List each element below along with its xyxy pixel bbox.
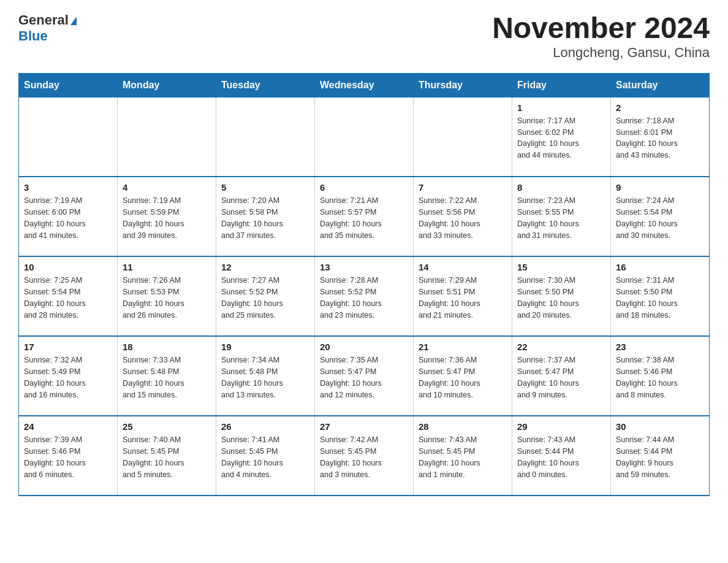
calendar-cell: 9Sunrise: 7:24 AMSunset: 5:54 PMDaylight… <box>611 177 710 256</box>
day-info: Sunrise: 7:20 AMSunset: 5:58 PMDaylight:… <box>221 195 309 241</box>
calendar-cell: 8Sunrise: 7:23 AMSunset: 5:55 PMDaylight… <box>512 177 611 256</box>
logo-blue-text: Blue <box>18 28 48 44</box>
day-info: Sunrise: 7:30 AMSunset: 5:50 PMDaylight:… <box>517 275 605 321</box>
day-number: 2 <box>616 102 704 113</box>
day-number: 5 <box>221 182 309 193</box>
calendar-cell: 10Sunrise: 7:25 AMSunset: 5:54 PMDayligh… <box>19 256 118 336</box>
day-info: Sunrise: 7:35 AMSunset: 5:47 PMDaylight:… <box>320 354 408 400</box>
day-info: Sunrise: 7:21 AMSunset: 5:57 PMDaylight:… <box>320 195 408 241</box>
day-number: 7 <box>419 182 507 193</box>
day-number: 27 <box>320 421 408 432</box>
calendar-location: Longcheng, Gansu, China <box>492 45 710 61</box>
day-number: 30 <box>616 421 704 432</box>
day-of-week-monday: Monday <box>118 73 216 97</box>
day-number: 12 <box>221 262 309 272</box>
day-info: Sunrise: 7:17 AMSunset: 6:02 PMDaylight:… <box>517 115 605 161</box>
day-number: 11 <box>123 262 211 272</box>
week-row-5: 24Sunrise: 7:39 AMSunset: 5:46 PMDayligh… <box>19 416 710 496</box>
day-of-week-saturday: Saturday <box>611 73 710 97</box>
calendar-cell: 22Sunrise: 7:37 AMSunset: 5:47 PMDayligh… <box>512 336 611 416</box>
calendar-cell: 5Sunrise: 7:20 AMSunset: 5:58 PMDaylight… <box>216 177 315 256</box>
calendar-cell: 28Sunrise: 7:43 AMSunset: 5:45 PMDayligh… <box>414 416 512 496</box>
day-of-week-friday: Friday <box>512 73 611 97</box>
day-of-week-wednesday: Wednesday <box>315 73 414 97</box>
day-number: 29 <box>517 421 605 432</box>
day-info: Sunrise: 7:43 AMSunset: 5:45 PMDaylight:… <box>419 434 507 480</box>
calendar-cell: 11Sunrise: 7:26 AMSunset: 5:53 PMDayligh… <box>118 256 216 336</box>
calendar-cell <box>19 97 118 177</box>
day-info: Sunrise: 7:36 AMSunset: 5:47 PMDaylight:… <box>419 354 507 400</box>
week-row-2: 3Sunrise: 7:19 AMSunset: 6:00 PMDaylight… <box>19 177 710 256</box>
week-row-1: 1Sunrise: 7:17 AMSunset: 6:02 PMDaylight… <box>19 97 710 177</box>
day-number: 9 <box>616 182 704 193</box>
day-info: Sunrise: 7:32 AMSunset: 5:49 PMDaylight:… <box>24 354 112 400</box>
day-number: 24 <box>24 421 112 432</box>
day-number: 20 <box>320 342 408 352</box>
day-info: Sunrise: 7:24 AMSunset: 5:54 PMDaylight:… <box>616 195 704 241</box>
day-number: 26 <box>221 421 309 432</box>
day-info: Sunrise: 7:37 AMSunset: 5:47 PMDaylight:… <box>517 354 605 400</box>
calendar-cell: 24Sunrise: 7:39 AMSunset: 5:46 PMDayligh… <box>19 416 118 496</box>
logo-general-text: General <box>18 12 69 28</box>
day-number: 10 <box>24 262 112 272</box>
day-info: Sunrise: 7:26 AMSunset: 5:53 PMDaylight:… <box>123 275 211 321</box>
day-info: Sunrise: 7:25 AMSunset: 5:54 PMDaylight:… <box>24 275 112 321</box>
day-info: Sunrise: 7:34 AMSunset: 5:48 PMDaylight:… <box>221 354 309 400</box>
week-row-4: 17Sunrise: 7:32 AMSunset: 5:49 PMDayligh… <box>19 336 710 416</box>
calendar-cell <box>216 97 315 177</box>
day-info: Sunrise: 7:44 AMSunset: 5:44 PMDaylight:… <box>616 434 704 480</box>
calendar-cell <box>414 97 512 177</box>
day-number: 28 <box>419 421 507 432</box>
calendar-cell: 3Sunrise: 7:19 AMSunset: 6:00 PMDaylight… <box>19 177 118 256</box>
day-number: 4 <box>123 182 211 193</box>
calendar-body: 1Sunrise: 7:17 AMSunset: 6:02 PMDaylight… <box>19 97 710 496</box>
day-info: Sunrise: 7:40 AMSunset: 5:45 PMDaylight:… <box>123 434 211 480</box>
day-of-week-tuesday: Tuesday <box>216 73 315 97</box>
day-of-week-thursday: Thursday <box>414 73 512 97</box>
calendar-cell: 26Sunrise: 7:41 AMSunset: 5:45 PMDayligh… <box>216 416 315 496</box>
day-number: 15 <box>517 262 605 272</box>
calendar-cell: 27Sunrise: 7:42 AMSunset: 5:45 PMDayligh… <box>315 416 414 496</box>
calendar-cell: 14Sunrise: 7:29 AMSunset: 5:51 PMDayligh… <box>414 256 512 336</box>
day-info: Sunrise: 7:19 AMSunset: 5:59 PMDaylight:… <box>123 195 211 241</box>
calendar-cell: 1Sunrise: 7:17 AMSunset: 6:02 PMDaylight… <box>512 97 611 177</box>
day-number: 8 <box>517 182 605 193</box>
day-info: Sunrise: 7:39 AMSunset: 5:46 PMDaylight:… <box>24 434 112 480</box>
calendar-cell <box>118 97 216 177</box>
days-of-week-row: SundayMondayTuesdayWednesdayThursdayFrid… <box>19 73 710 97</box>
logo-triangle-icon <box>70 17 77 25</box>
calendar-header: SundayMondayTuesdayWednesdayThursdayFrid… <box>19 73 710 97</box>
day-number: 18 <box>123 342 211 352</box>
calendar-cell: 12Sunrise: 7:27 AMSunset: 5:52 PMDayligh… <box>216 256 315 336</box>
day-number: 25 <box>123 421 211 432</box>
calendar-cell: 20Sunrise: 7:35 AMSunset: 5:47 PMDayligh… <box>315 336 414 416</box>
day-number: 14 <box>419 262 507 272</box>
calendar-cell: 25Sunrise: 7:40 AMSunset: 5:45 PMDayligh… <box>118 416 216 496</box>
calendar-table: SundayMondayTuesdayWednesdayThursdayFrid… <box>18 73 710 497</box>
day-number: 17 <box>24 342 112 352</box>
week-row-3: 10Sunrise: 7:25 AMSunset: 5:54 PMDayligh… <box>19 256 710 336</box>
calendar-cell: 17Sunrise: 7:32 AMSunset: 5:49 PMDayligh… <box>19 336 118 416</box>
day-info: Sunrise: 7:29 AMSunset: 5:51 PMDaylight:… <box>419 275 507 321</box>
day-info: Sunrise: 7:22 AMSunset: 5:56 PMDaylight:… <box>419 195 507 241</box>
day-info: Sunrise: 7:41 AMSunset: 5:45 PMDaylight:… <box>221 434 309 480</box>
calendar-cell: 16Sunrise: 7:31 AMSunset: 5:50 PMDayligh… <box>611 256 710 336</box>
day-number: 21 <box>419 342 507 352</box>
day-info: Sunrise: 7:42 AMSunset: 5:45 PMDaylight:… <box>320 434 408 480</box>
calendar-cell: 23Sunrise: 7:38 AMSunset: 5:46 PMDayligh… <box>611 336 710 416</box>
day-number: 16 <box>616 262 704 272</box>
day-info: Sunrise: 7:27 AMSunset: 5:52 PMDaylight:… <box>221 275 309 321</box>
day-number: 1 <box>517 102 605 113</box>
day-info: Sunrise: 7:31 AMSunset: 5:50 PMDaylight:… <box>616 275 704 321</box>
logo: General Blue <box>18 12 77 45</box>
calendar-cell: 15Sunrise: 7:30 AMSunset: 5:50 PMDayligh… <box>512 256 611 336</box>
day-info: Sunrise: 7:23 AMSunset: 5:55 PMDaylight:… <box>517 195 605 241</box>
calendar-cell: 30Sunrise: 7:44 AMSunset: 5:44 PMDayligh… <box>611 416 710 496</box>
day-number: 3 <box>24 182 112 193</box>
calendar-cell: 21Sunrise: 7:36 AMSunset: 5:47 PMDayligh… <box>414 336 512 416</box>
day-info: Sunrise: 7:38 AMSunset: 5:46 PMDaylight:… <box>616 354 704 400</box>
calendar-title-block: November 2024 Longcheng, Gansu, China <box>492 12 710 61</box>
day-info: Sunrise: 7:19 AMSunset: 6:00 PMDaylight:… <box>24 195 112 241</box>
day-number: 6 <box>320 182 408 193</box>
calendar-month-year: November 2024 <box>492 12 710 45</box>
